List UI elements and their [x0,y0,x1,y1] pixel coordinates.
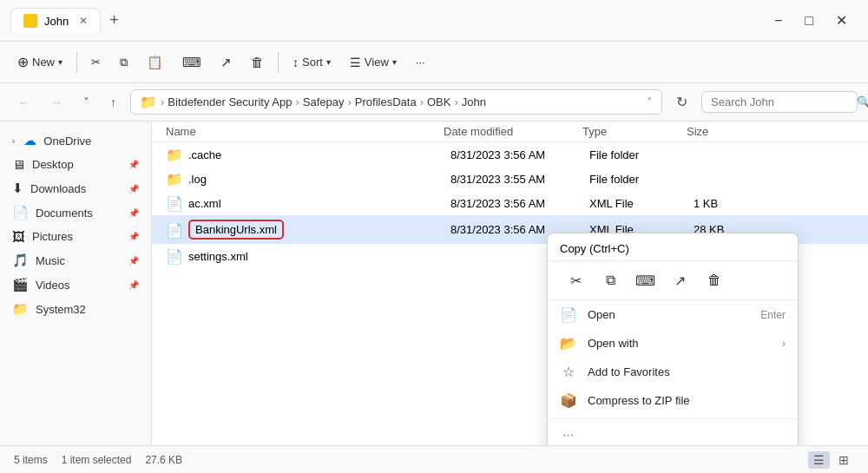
active-tab[interactable]: John ✕ [10,8,101,33]
sidebar-item-pictures[interactable]: 🖼 Pictures 📌 [3,225,148,248]
folder-icon-log: 📁 [166,171,181,187]
ctx-more[interactable]: ··· [548,423,798,445]
sidebar-item-documents[interactable]: 📄 Documents 📌 [3,200,148,225]
path-dropdown-icon[interactable]: ˅ [647,95,653,108]
search-icon: 🔍 [857,95,868,108]
path-part-1: Safepay [303,95,345,108]
folder-address-icon: 📁 [140,94,157,110]
ctx-sep [548,418,798,419]
ctx-cut-btn[interactable]: ✂ [560,266,591,294]
xml-icon-bankingurls: 📄 [166,222,181,238]
window-controls: − □ ✕ [764,9,858,32]
onedrive-label: OneDrive [43,135,91,148]
music-pin-icon: 📌 [128,256,139,266]
ctx-compress[interactable]: 📦 Compress to ZIP file [548,386,798,415]
pictures-label: Pictures [32,230,73,243]
tab-close-btn[interactable]: ✕ [79,15,88,27]
ctx-copy-btn[interactable]: ⧉ [595,266,626,294]
sidebar-item-system32[interactable]: 📁 System32 [3,297,148,321]
rename-button[interactable]: ⌨ [174,50,210,75]
path-sep-1: › [295,95,299,108]
file-list-header: Name Date modified Type Size [152,122,868,142]
address-path[interactable]: 📁 › Bitdefender Security App › Safepay ›… [130,89,662,115]
ctx-favorites-label: Add to Favorites [588,365,786,378]
view-button[interactable]: ☰ View ▾ [341,51,405,74]
paste-button[interactable]: 📋 [138,50,172,75]
new-tab-btn[interactable]: + [101,6,128,35]
grid-view-btn[interactable]: ⊞ [833,451,854,469]
sidebar: › ☁ OneDrive 🖥 Desktop 📌 ⬇ Downloads 📌 📄… [0,122,152,445]
system32-icon: 📁 [12,301,29,317]
documents-pin-icon: 📌 [128,208,139,218]
recent-btn[interactable]: ˅ [76,92,96,113]
back-btn[interactable]: ← [10,92,36,113]
onedrive-icon: ☁ [23,133,36,148]
delete-button[interactable]: 🗑 [242,50,273,74]
ctx-delete-btn[interactable]: 🗑 [699,266,730,294]
more-button[interactable]: ··· [407,51,434,73]
search-input[interactable] [711,95,857,108]
downloads-label: Downloads [30,182,86,195]
cut-button[interactable]: ✂ [82,51,109,73]
status-selected: 1 item selected [62,454,132,466]
tab-title: John [44,15,69,28]
refresh-btn[interactable]: ↻ [669,90,694,114]
file-list: Name Date modified Type Size 📁 .cache 8/… [152,122,868,445]
sidebar-item-music[interactable]: 🎵 Music 📌 [3,248,148,273]
new-icon: ⊕ [17,54,29,70]
status-bar: 5 items 1 item selected 27.6 KB ☰ ⊞ [0,445,868,473]
pictures-icon: 🖼 [12,229,25,244]
sidebar-item-downloads[interactable]: ⬇ Downloads 📌 [3,176,148,200]
sort-icon: ↕ [293,56,299,69]
ctx-favorites-icon: ☆ [560,364,577,380]
ctx-open-with[interactable]: 📂 Open with › [548,329,798,358]
ctx-compress-icon: 📦 [560,392,577,409]
up-btn[interactable]: ↑ [103,92,123,113]
ctx-open-with-icon: 📂 [560,335,577,351]
maximize-btn[interactable]: □ [794,10,824,32]
delete-icon: 🗑 [251,55,264,69]
videos-icon: 🎬 [12,277,29,292]
title-bar-left: John ✕ + [10,6,128,35]
file-row-log[interactable]: 📁 .log 8/31/2023 3:55 AM File folder [152,167,868,191]
desktop-label: Desktop [32,158,74,171]
xml-icon-acxml: 📄 [166,195,181,211]
share-icon: ↗ [220,55,232,70]
folder-icon-cache: 📁 [166,147,181,162]
forward-btn[interactable]: → [43,92,69,113]
new-label: New [32,56,55,69]
date-log: 8/31/2023 3:55 AM [450,173,589,186]
ctx-icon-row: ✂ ⧉ ⌨ ↗ 🗑 [548,261,798,300]
sidebar-item-desktop[interactable]: 🖥 Desktop 📌 [3,153,148,176]
new-button[interactable]: ⊕ New ▾ [9,49,71,75]
sidebar-item-onedrive[interactable]: › ☁ OneDrive [3,128,148,153]
system32-label: System32 [36,303,86,316]
filename-acxml: ac.xml [188,197,450,210]
copy-button[interactable]: ⧉ [111,51,136,74]
col-size: Size [687,125,756,138]
sort-button[interactable]: ↕ Sort ▾ [284,51,339,74]
ctx-open-label: Open [588,308,750,321]
cut-icon: ✂ [91,56,101,69]
ctx-favorites[interactable]: ☆ Add to Favorites [548,358,798,386]
ctx-compress-label: Compress to ZIP file [588,394,786,407]
file-row-cache[interactable]: 📁 .cache 8/31/2023 3:56 AM File folder [152,142,868,167]
close-btn[interactable]: ✕ [825,9,858,32]
ctx-rename-btn[interactable]: ⌨ [629,266,661,294]
documents-label: Documents [36,207,93,220]
list-view-btn[interactable]: ☰ [808,451,830,469]
minimize-btn[interactable]: − [764,10,792,32]
file-row-acxml[interactable]: 📄 ac.xml 8/31/2023 3:56 AM XML File 1 KB [152,191,868,215]
share-button[interactable]: ↗ [212,50,240,75]
sidebar-item-videos[interactable]: 🎬 Videos 📌 [3,273,148,297]
ctx-share-btn[interactable]: ↗ [664,266,695,294]
path-part-0: Bitdefender Security App [168,95,292,108]
ctx-open[interactable]: 📄 Open Enter [548,300,798,329]
desktop-pin-icon: 📌 [128,160,139,169]
status-count: 5 items [14,454,48,466]
path-sep-2: › [347,95,351,108]
ctx-copy-header: Copy (Ctrl+C) [548,239,798,261]
documents-icon: 📄 [12,205,29,220]
view-icon: ☰ [350,56,361,69]
videos-label: Videos [36,279,70,292]
